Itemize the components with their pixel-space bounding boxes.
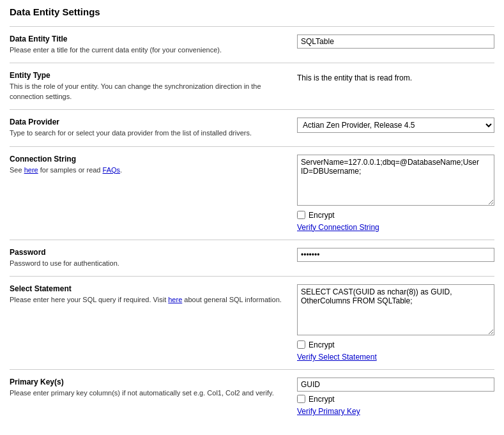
label-col-primary-keys: Primary Key(s) Please enter primary key …	[10, 378, 297, 398]
label-col-entity-type: Entity Type This is the role of your ent…	[10, 71, 297, 102]
field-title-entity-type: Entity Type	[10, 71, 284, 80]
field-title-password: Password	[10, 248, 284, 257]
section-data-entity-title: Data Entity Title Please enter a title f…	[10, 26, 494, 63]
section-select-statement: Select Statement Please enter here your …	[10, 276, 494, 369]
section-connection-string: Connection String See here for samples o…	[10, 146, 494, 240]
field-title-data-provider: Data Provider	[10, 118, 284, 126]
pk-encrypt-checkbox[interactable]	[297, 395, 305, 403]
section-primary-keys: Primary Key(s) Please enter primary key …	[10, 369, 494, 424]
sel-encrypt-row: Encrypt	[297, 340, 494, 349]
conn-encrypt-checkbox[interactable]	[297, 211, 305, 219]
input-col-entity-type: This is the entity that is read from.	[297, 71, 494, 85]
pk-encrypt-label: Encrypt	[309, 395, 335, 404]
section-entity-type: Entity Type This is the role of your ent…	[10, 63, 494, 109]
desc-suffix-conn: .	[120, 166, 122, 174]
label-col-select-statement: Select Statement Please enter here your …	[10, 284, 297, 305]
input-col-data-provider: Actian Zen Provider, Release 4.5	[297, 118, 494, 133]
connection-string-textarea[interactable]: ServerName=127.0.0.1;dbq=@DatabaseName;U…	[297, 155, 494, 206]
desc-prefix-conn: See	[10, 166, 24, 174]
primary-keys-input[interactable]	[297, 378, 494, 392]
field-desc-data-entity-title: Please enter a title for the current dat…	[10, 45, 284, 55]
field-desc-primary-keys: Please enter primary key column(s) if no…	[10, 388, 284, 398]
verify-connection-string-link[interactable]: Verify Connection String	[297, 223, 494, 232]
desc-middle-conn: for samples or read	[38, 166, 103, 174]
input-col-password	[297, 248, 494, 262]
conn-encrypt-row: Encrypt	[297, 211, 494, 220]
faqs-link-conn[interactable]: FAQs	[103, 166, 121, 174]
sel-stmt-textarea-wrap: SELECT CAST(GUID as nchar(8)) as GUID, O…	[297, 284, 494, 337]
verify-primary-key-link[interactable]: Verify Primary Key	[297, 407, 494, 416]
field-desc-password: Password to use for authentication.	[10, 259, 284, 268]
field-title-connection-string: Connection String	[10, 155, 284, 164]
conn-encrypt-label: Encrypt	[309, 211, 335, 220]
desc-middle-sel: about general SQL information.	[182, 296, 282, 303]
field-title-select-statement: Select Statement	[10, 284, 284, 293]
section-password: Password Password to use for authenticat…	[10, 240, 494, 276]
field-desc-data-provider: Type to search for or select your data p…	[10, 128, 284, 138]
conn-string-textarea-wrap: ServerName=127.0.0.1;dbq=@DatabaseName;U…	[297, 155, 494, 208]
sel-encrypt-label: Encrypt	[309, 340, 335, 349]
here-link-sel[interactable]: here	[168, 296, 182, 303]
pk-encrypt-row: Encrypt	[297, 395, 494, 404]
password-input[interactable]	[297, 248, 494, 262]
label-col-data-provider: Data Provider Type to search for or sele…	[10, 118, 297, 138]
select-statement-textarea[interactable]: SELECT CAST(GUID as nchar(8)) as GUID, O…	[297, 284, 494, 335]
field-title-primary-keys: Primary Key(s)	[10, 378, 284, 386]
input-col-data-entity-title	[297, 34, 494, 49]
input-col-select-statement: SELECT CAST(GUID as nchar(8)) as GUID, O…	[297, 284, 494, 362]
field-title-data-entity-title: Data Entity Title	[10, 34, 284, 43]
label-col-connection-string: Connection String See here for samples o…	[10, 155, 297, 175]
field-desc-entity-type: This is the role of your entity. You can…	[10, 82, 284, 102]
label-col-password: Password Password to use for authenticat…	[10, 248, 297, 268]
entity-type-value: This is the entity that is read from.	[297, 71, 494, 85]
desc-prefix-sel: Please enter here your SQL query if requ…	[10, 296, 168, 303]
input-col-connection-string: ServerName=127.0.0.1;dbq=@DatabaseName;U…	[297, 155, 494, 232]
field-desc-connection-string: See here for samples or read FAQs.	[10, 165, 284, 175]
input-col-primary-keys: Encrypt Verify Primary Key	[297, 378, 494, 416]
field-desc-select-statement: Please enter here your SQL query if requ…	[10, 295, 284, 305]
page-title: Data Entity Settings	[10, 6, 494, 17]
data-provider-select[interactable]: Actian Zen Provider, Release 4.5	[297, 118, 494, 133]
label-col-data-entity-title: Data Entity Title Please enter a title f…	[10, 34, 297, 55]
here-link-conn[interactable]: here	[24, 166, 38, 174]
verify-select-statement-link[interactable]: Verify Select Statement	[297, 353, 494, 362]
sel-encrypt-checkbox[interactable]	[297, 340, 305, 349]
section-data-provider: Data Provider Type to search for or sele…	[10, 109, 494, 146]
data-entity-title-input[interactable]	[297, 34, 494, 49]
